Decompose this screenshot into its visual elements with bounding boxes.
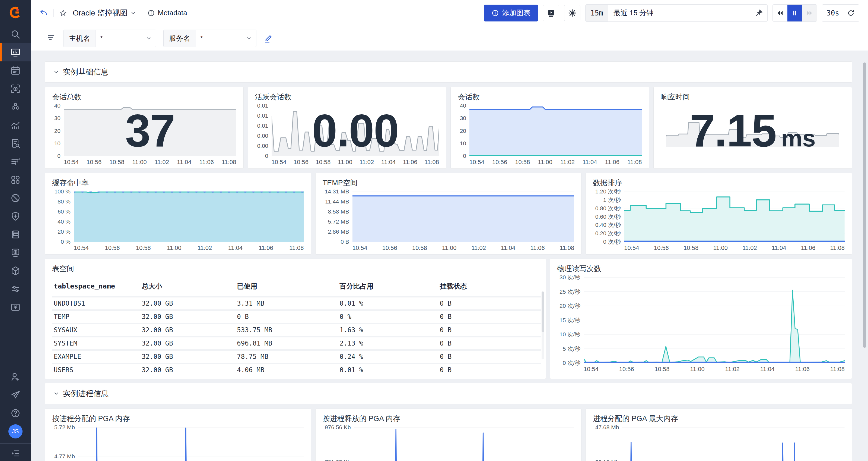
x-tick: 11:06 <box>795 366 809 373</box>
sidebar-item-app-shapes[interactable] <box>0 171 31 189</box>
sidebar-item-calendar-note[interactable] <box>0 61 31 80</box>
table-cell: 0 B <box>438 364 541 376</box>
chevron-down-icon <box>53 69 59 75</box>
table-cell: USERS <box>52 364 140 376</box>
brand-logo-icon[interactable] <box>0 0 31 25</box>
sidebar-item-webcam[interactable] <box>0 243 31 262</box>
x-tick: 11:08 <box>289 244 304 252</box>
sidebar-item-search[interactable] <box>0 25 31 43</box>
x-tick: 10:56 <box>654 244 669 252</box>
x-tick: 11:00 <box>167 244 181 252</box>
pause-button[interactable] <box>787 5 802 22</box>
table-header-2: 已使用 <box>235 277 338 297</box>
sidebar-item-scan-snapshot[interactable] <box>0 80 31 98</box>
time-range-picker[interactable]: 15m 最近 15 分钟 <box>585 4 768 22</box>
sidebar-item-dashboard[interactable] <box>0 43 31 61</box>
x-tick: 11:04 <box>501 244 515 252</box>
sidebar-item-package-hexagon[interactable] <box>0 262 31 280</box>
table-row: SYSAUX32.00 GB533.75 MB1.63 %0 B <box>52 323 541 337</box>
chart-canvas[interactable] <box>622 427 845 461</box>
chart-canvas[interactable] <box>354 427 575 461</box>
table-cell: SYSTEM <box>52 337 140 350</box>
refresh-interval: 30s <box>827 9 839 17</box>
sidebar-item-no-entry[interactable] <box>0 189 31 207</box>
x-tick: 11:08 <box>830 366 845 373</box>
collapse-menu-icon[interactable] <box>0 446 31 461</box>
y-tick: 100 % <box>54 188 70 195</box>
add-chart-button[interactable]: 添加图表 <box>484 5 538 22</box>
table-cell: 533.75 MB <box>235 323 338 337</box>
panel-pga-max: 进程分配的 PGA 最大内存47.68 Mb38.15 Mb28.61 Mb19… <box>586 409 852 461</box>
y-tick: 25 次/秒 <box>559 288 580 295</box>
y-axis: 403020100 <box>458 106 469 156</box>
slideshow-button[interactable] <box>543 5 559 21</box>
sidebar-item-help-circle[interactable] <box>0 404 31 422</box>
undo-icon[interactable] <box>39 9 48 18</box>
panel-data-sort: 数据排序1.20 次/秒1 次/秒0.80 次/秒0.60 次/秒0.40 次/… <box>586 173 852 255</box>
y-tick: 30 <box>460 115 466 121</box>
x-tick: 11:04 <box>381 159 396 166</box>
y-tick: 781.25 Kb <box>325 459 351 461</box>
sidebar-item-server-stack[interactable] <box>0 225 31 243</box>
settings-button[interactable] <box>564 5 580 21</box>
chart-canvas[interactable] <box>666 119 839 147</box>
section-basic-info[interactable]: 实例基础信息 <box>45 61 852 83</box>
chart-canvas[interactable] <box>352 192 575 242</box>
y-axis: 403020100 <box>52 106 64 156</box>
section-process-info[interactable]: 实例进程信息 <box>45 383 852 404</box>
chart-canvas[interactable] <box>469 106 642 156</box>
refresh-interval-control[interactable]: 30s <box>822 4 859 22</box>
avatar[interactable]: JS <box>8 424 23 438</box>
sidebar: JS <box>0 0 31 461</box>
y-tick: 38.15 Mb <box>595 459 619 461</box>
chart-canvas[interactable] <box>64 106 236 156</box>
user-plus-icon <box>10 372 21 382</box>
slideshow-icon <box>547 9 555 18</box>
sidebar-item-doc-search[interactable] <box>0 134 31 152</box>
dashboard-title-dropdown[interactable]: Oracle 监控视图 <box>73 8 136 18</box>
chart-canvas[interactable] <box>78 427 304 461</box>
metadata-button[interactable]: Metadata <box>147 9 187 17</box>
chart-canvas[interactable] <box>74 192 304 242</box>
pin-icon[interactable] <box>755 9 767 17</box>
sidebar-item-filter-lines[interactable] <box>0 152 31 171</box>
y-tick: 2.86 MB <box>328 228 349 235</box>
service-filter-select[interactable]: 服务名 * <box>163 30 256 47</box>
y-tick: 15 次/秒 <box>559 316 580 324</box>
chart-canvas[interactable] <box>584 277 845 363</box>
x-tick: 11:02 <box>197 244 212 252</box>
edit-filters-icon[interactable] <box>264 33 273 43</box>
sidebar-item-sliders[interactable] <box>0 280 31 298</box>
forward-button[interactable] <box>802 5 817 22</box>
sidebar-item-trend-chart[interactable] <box>0 116 31 134</box>
sidebar-item-shield-plus[interactable] <box>0 207 31 225</box>
x-tick: 11:06 <box>403 159 417 166</box>
x-tick: 11:02 <box>155 159 169 166</box>
chart-canvas[interactable] <box>272 106 439 156</box>
help-circle-icon <box>10 408 21 419</box>
y-tick: 976.56 Kb <box>325 424 351 431</box>
dashboard-icon <box>10 47 21 58</box>
doc-search-icon <box>10 138 21 149</box>
sidebar-item-send-plane[interactable] <box>0 386 31 404</box>
page-scrollbar-thumb[interactable] <box>863 62 866 348</box>
y-tick: 30 <box>54 115 61 121</box>
app-root: JS Oracle 监控视图 Metadata <box>0 0 868 461</box>
panel-title: 响应时间 <box>661 92 845 102</box>
chart-canvas[interactable] <box>624 192 845 242</box>
table-cell: 32.00 GB <box>140 297 235 310</box>
scan-snapshot-icon <box>10 84 21 94</box>
sidebar-item-bill-card[interactable] <box>0 298 31 316</box>
service-filter-value: * <box>200 34 203 42</box>
sidebar-item-user-plus[interactable] <box>0 368 31 386</box>
favorite-star-icon[interactable] <box>59 9 67 17</box>
table-scrollbar-thumb[interactable] <box>541 291 544 332</box>
hexagon-cluster-icon <box>10 102 21 112</box>
plus-circle-icon <box>491 9 499 17</box>
x-tick: 11:08 <box>222 159 236 166</box>
host-filter-select[interactable]: 主机名 * <box>63 30 156 47</box>
table-cell: 0 B <box>438 323 541 337</box>
sidebar-item-hexagon-cluster[interactable] <box>0 98 31 116</box>
rewind-button[interactable] <box>773 5 787 22</box>
y-tick: 8.58 MB <box>328 208 349 215</box>
